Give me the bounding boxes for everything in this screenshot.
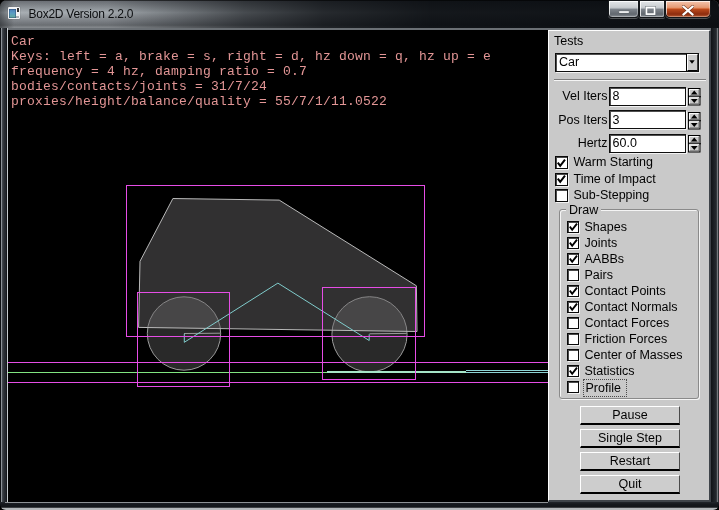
svg-text:Keys: left = a, brake = s, rig: Keys: left = a, brake = s, right = d, hz… [11,49,491,64]
svg-text:proxies/height/balance/quality: proxies/height/balance/quality = 55/7/1/… [11,94,387,109]
svg-text:frequency = 4 hz, damping rati: frequency = 4 hz, damping ratio = 0.7 [11,64,307,79]
svg-text:Car: Car [11,34,35,49]
svg-text:bodies/contacts/joints = 31/7/: bodies/contacts/joints = 31/7/24 [11,79,267,94]
